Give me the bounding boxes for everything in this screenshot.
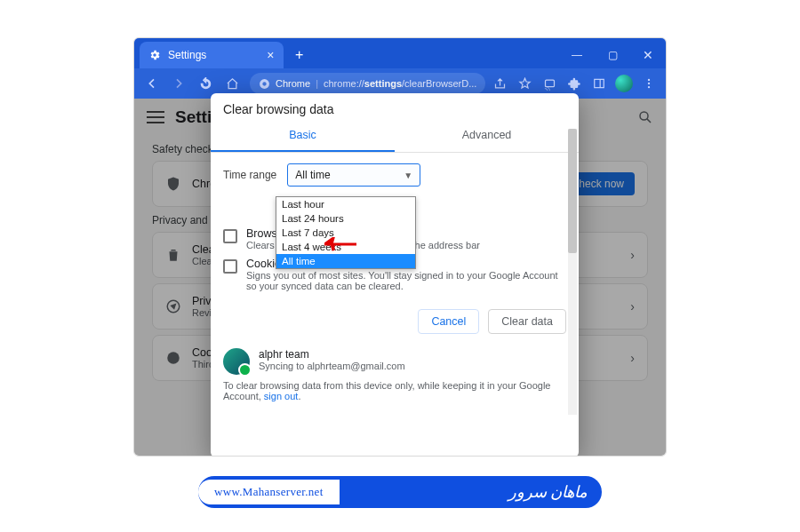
window-controls: — ▢ ✕ — [559, 42, 666, 68]
back-button[interactable] — [140, 71, 164, 96]
clear-data-button[interactable]: Clear data — [488, 309, 566, 334]
time-range-dropdown: Last hour Last 24 hours Last 7 days Last… — [276, 196, 416, 269]
cast-icon[interactable] — [538, 72, 561, 95]
bookmark-star-icon[interactable] — [513, 72, 536, 95]
chrome-icon — [259, 78, 270, 90]
forward-button[interactable] — [166, 71, 191, 96]
dialog-title: Clear browsing data — [211, 93, 579, 120]
svg-rect-2 — [545, 80, 554, 87]
extensions-icon[interactable] — [563, 72, 586, 95]
svg-point-1 — [262, 82, 266, 85]
tab-basic[interactable]: Basic — [211, 120, 395, 152]
sign-out-note: To clear browsing data from this device … — [211, 378, 579, 410]
user-name: alphr team — [259, 348, 405, 361]
tab-title: Settings — [168, 49, 206, 61]
chrome-label: Chrome — [276, 78, 310, 89]
profile-avatar[interactable] — [612, 72, 636, 95]
gear-icon — [148, 49, 161, 61]
tab-advanced[interactable]: Advanced — [395, 120, 579, 152]
maximize-button[interactable]: ▢ — [595, 42, 630, 68]
caret-down-icon: ▼ — [404, 171, 412, 180]
dialog-scrollbar[interactable] — [568, 129, 577, 415]
page-content: Settings Safety check Chrome... Check no… — [134, 99, 666, 457]
home-button[interactable] — [220, 71, 244, 96]
scrollbar-thumb[interactable] — [568, 129, 577, 253]
option-last-24-hours[interactable]: Last 24 hours — [276, 211, 415, 226]
cancel-button[interactable]: Cancel — [418, 309, 479, 334]
dialog-tabs: Basic Advanced — [211, 120, 579, 153]
new-tab-button[interactable]: + — [289, 44, 310, 66]
time-range-select[interactable]: All time ▼ — [287, 163, 420, 187]
time-range-label: Time range — [223, 169, 276, 181]
clear-browsing-data-dialog: Clear browsing data Basic Advanced Time … — [211, 93, 579, 457]
watermark-url: www.Mahanserver.net — [198, 480, 340, 504]
close-window-button[interactable]: ✕ — [630, 42, 666, 68]
share-icon[interactable] — [488, 72, 511, 95]
option-all-time[interactable]: All time — [276, 254, 415, 268]
user-avatar — [223, 348, 250, 375]
titlebar: Settings × + — ▢ ✕ — [134, 38, 666, 68]
user-sync-status: Syncing to alphrteam@gmail.com — [259, 361, 405, 371]
side-panel-icon[interactable] — [588, 72, 611, 95]
browser-tab-settings[interactable]: Settings × — [140, 42, 284, 68]
checkbox-cookies[interactable] — [223, 259, 237, 274]
minimize-button[interactable]: — — [559, 42, 595, 68]
browser-window: Settings × + — ▢ ✕ Chrome | chrome://set… — [133, 37, 667, 457]
annotation-arrow-icon — [324, 237, 356, 251]
watermark-logo: ماهان سرور — [508, 482, 588, 502]
watermark-banner: www.Mahanserver.net ماهان سرور — [198, 476, 602, 508]
address-bar[interactable]: Chrome | chrome://settings/clearBrowserD… — [250, 73, 485, 94]
menu-icon[interactable] — [637, 72, 660, 95]
svg-rect-3 — [595, 79, 604, 87]
svg-point-6 — [648, 83, 650, 84]
url-text: chrome://settings/clearBrowserD... — [324, 78, 476, 89]
option-last-hour[interactable]: Last hour — [276, 197, 415, 211]
close-tab-icon[interactable]: × — [267, 48, 274, 62]
svg-point-5 — [648, 79, 650, 81]
sign-out-link[interactable]: sign out — [264, 391, 299, 401]
svg-point-7 — [648, 86, 650, 88]
reload-button[interactable] — [193, 71, 218, 96]
checkbox-browsing-history[interactable] — [223, 229, 237, 243]
